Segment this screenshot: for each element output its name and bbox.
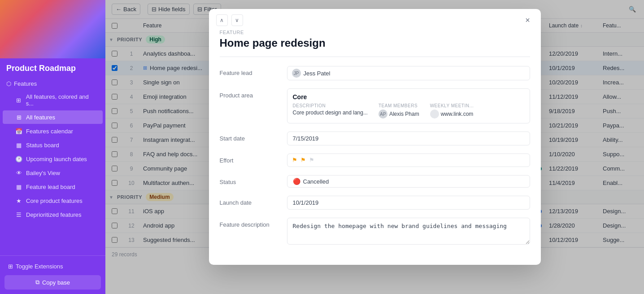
copy-base-label: Copy base [42,279,70,286]
grid-icon: ⊞ [15,97,22,104]
sidebar-item-baileys-view[interactable]: 👁 Bailey's View [3,166,103,180]
sidebar-item-deprioritized-features[interactable]: ☰ Deprioritized features [3,208,103,221]
product-area-value: Core DESCRIPTION Core product design and… [287,88,530,123]
effort-label: Effort [220,154,278,164]
toggle-extensions-label: Toggle Extensions [16,263,63,270]
sidebar-item-label: All features [26,114,55,121]
sidebar-item-status-board[interactable]: ▦ Status board [3,138,103,152]
hero-image [0,0,105,58]
toggle-extensions-btn[interactable]: ⊞ Toggle Extensions [4,260,101,272]
feature-description-field: Feature description Redesign the homepag… [220,218,530,246]
flag-1-icon: ⚑ [292,157,299,164]
product-area-meta: DESCRIPTION Core product design and lang… [293,103,524,118]
calendar-icon: 📅 [15,127,22,135]
sidebar-item-label: Upcoming launch dates [26,156,87,162]
sidebar-item-features-calendar[interactable]: 📅 Features calendar [3,124,103,138]
modal-topbar: ∧ ∨ × [209,9,541,26]
nav-down-button[interactable]: ∨ [231,14,243,26]
meeting-link: www.link.com [441,111,474,117]
start-date-input[interactable] [287,132,530,145]
sidebar-item-label: Features calendar [26,128,73,135]
effort-flags[interactable]: ⚑ ⚑ ⚑ [287,154,530,167]
meeting-label: WEEKLY MEETIN... [430,103,474,108]
sidebar-section-features[interactable]: ⬡ Features [0,78,105,90]
sidebar-hero [0,0,105,58]
product-area-name: Core [293,93,524,101]
feature-lead-field: Feature lead JP Jess Patel [220,66,530,80]
sidebar-item-label: Core product features [26,197,83,204]
status-text: Cancelled [303,178,329,185]
grid-icon: ⊞ [15,114,22,121]
main-content: ← Back ⊟ Hide fields ⊟ Filter 🔍 Feature [105,0,644,294]
board-icon: ▦ [15,183,22,190]
chevron-down-icon: ∨ [235,17,239,23]
meta-meeting: WEEKLY MEETIN... www.link.com [430,103,474,118]
modal-title: Home page redesign [220,37,530,49]
status-label: Status [220,175,278,185]
desc-label: DESCRIPTION [293,103,368,108]
status-value: 🔴 Cancelled [287,175,530,188]
modal-close-button[interactable]: × [522,14,534,26]
copy-icon: ⧉ [35,279,39,286]
modal-body: Feature Home page redesign Feature lead … [209,26,541,265]
assignee-name: Jess Patel [304,70,331,77]
desc-value: Core product design and lang... [293,110,368,116]
product-area-label: Product area [220,88,278,99]
sidebar-item-all-features[interactable]: ⊞ All features [3,110,103,124]
nav-up-button[interactable]: ∧ [216,14,228,26]
sidebar-section-label: Features [14,80,37,87]
eye-icon: 👁 [15,169,22,176]
team-name: Alexis Pham [389,111,419,117]
launch-date-input[interactable] [287,196,530,210]
list-icon: ☰ [15,211,22,218]
meta-description: DESCRIPTION Core product design and lang… [293,103,368,118]
assignee-tag[interactable]: JP Jess Patel [287,66,530,80]
team-value: AP Alexis Pham [379,110,419,118]
meta-team: TEAM MEMBERS AP Alexis Pham [379,103,419,118]
sidebar-title-area: Product Roadmap [0,58,105,75]
launch-date-label: Launch date [220,196,278,206]
feature-lead-label: Feature lead [220,66,278,76]
effort-field: Effort ⚑ ⚑ ⚑ [220,154,530,167]
sidebar: Product Roadmap ⬡ Features ⊞ All feature… [0,0,105,294]
modal-overlay: ∧ ∨ × Feature Home page redesign Feature… [105,0,644,294]
sidebar-navigation: ⬡ Features ⊞ All features, colored and s… [0,75,105,255]
sidebar-item-all-features-colored[interactable]: ⊞ All features, colored and s... [3,90,103,110]
feature-description-label: Feature description [220,218,278,228]
effort-value: ⚑ ⚑ ⚑ [287,154,530,167]
board-icon: ▦ [15,141,22,149]
product-area-field: Product area Core DESCRIPTION Core produ… [220,88,530,123]
modal-category: Feature [220,30,530,35]
team-avatar: AP [379,110,387,118]
star-icon: ★ [15,197,22,204]
product-area-card[interactable]: Core DESCRIPTION Core product design and… [287,88,530,123]
feature-description-textarea[interactable]: Redesign the homepage with new brand gui… [287,218,530,245]
team-label: TEAM MEMBERS [379,103,419,108]
launch-date-field: Launch date [220,196,530,210]
meeting-value: www.link.com [430,110,474,118]
avatar: JP [292,69,301,78]
detail-modal: ∧ ∨ × Feature Home page redesign Feature… [209,9,541,265]
launch-date-value [287,196,530,210]
sidebar-item-label: Feature lead board [26,184,75,190]
feature-lead-value: JP Jess Patel [287,66,530,80]
extensions-icon: ⊞ [8,263,13,270]
clock-icon: 🕐 [15,155,22,162]
start-date-field: Start date [220,132,530,145]
start-date-value [287,132,530,145]
sidebar-item-label: Status board [26,142,59,149]
status-field: Status 🔴 Cancelled [220,175,530,188]
sidebar-item-upcoming-launch[interactable]: 🕐 Upcoming launch dates [3,152,103,166]
meeting-avatar [430,110,439,118]
status-badge[interactable]: 🔴 Cancelled [287,175,530,188]
cancelled-icon: 🔴 [293,178,300,185]
flag-3-icon: ⚑ [309,157,316,164]
copy-base-button[interactable]: ⧉ Copy base [4,275,101,290]
sidebar-title: Product Roadmap [6,64,76,73]
flag-2-icon: ⚑ [300,157,308,164]
feature-description-value: Redesign the homepage with new brand gui… [287,218,530,246]
sidebar-item-feature-lead-board[interactable]: ▦ Feature lead board [3,180,103,193]
modal-divider [220,57,530,57]
sidebar-item-core-product-features[interactable]: ★ Core product features [3,194,103,207]
features-section-icon: ⬡ [6,80,11,87]
